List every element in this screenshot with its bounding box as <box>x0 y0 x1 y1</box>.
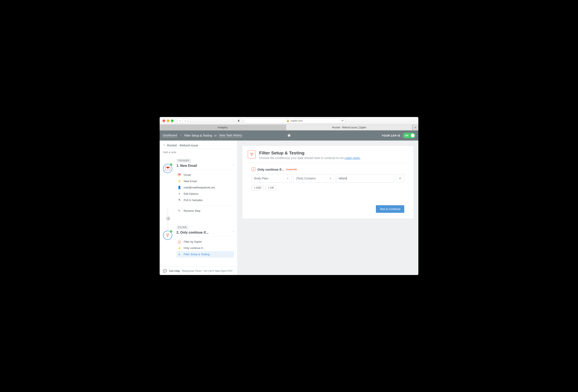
person-icon: 👤 <box>177 186 181 189</box>
funnel-icon <box>248 150 256 158</box>
filter-icon: ▾ <box>177 240 181 243</box>
list-icon: ≡ <box>177 253 181 256</box>
bolt-icon: ⚡ <box>177 246 181 250</box>
minimize-window-button[interactable] <box>167 119 169 122</box>
step1-app[interactable]: Gmail <box>177 172 234 178</box>
check-icon: ✓ <box>169 230 173 233</box>
filter-card: Filter Setup & Testing Choose the condit… <box>242 146 414 219</box>
step1-options[interactable]: ≡Edit Options <box>177 191 234 197</box>
step1-event[interactable]: ⚡New Email <box>177 178 234 184</box>
zap-status-label: YOUR ZAP IS <box>382 134 400 137</box>
maximize-window-button[interactable] <box>171 119 174 122</box>
tab-strip: Analytics Rocket - Refund issue | Zapier… <box>160 124 418 130</box>
filter-section-title: Only continue if... <box>257 168 284 171</box>
chat-icon: 💬 <box>163 269 167 273</box>
help-footer: 💬 Get Help Response Time: ~2h | M-F 9am-… <box>160 267 237 275</box>
gmail-icon <box>177 173 181 176</box>
condition-row: Body Plain ▾ (Text) Contains ▾ ✕ <box>251 174 404 183</box>
new-tab-button[interactable]: + <box>412 124 418 130</box>
card-title: Filter Setup & Testing <box>259 150 361 156</box>
step1-header[interactable]: 1. New Email ˄ <box>177 163 234 170</box>
browser-window: ‹ › ◐ 🔒 zapier.com ⟳ Analytics Rocket - … <box>160 117 418 275</box>
list-icon: ≡ <box>177 192 181 195</box>
or-button[interactable]: + OR <box>266 185 276 191</box>
address-bar[interactable]: 🔒 zapier.com ⟳ <box>244 118 345 123</box>
chevron-down-icon: ▾ <box>327 177 334 180</box>
chevron-right-icon: → <box>179 134 182 137</box>
step2-title: 2. Only continue if... <box>177 231 208 235</box>
funnel-icon <box>166 234 170 237</box>
step-trigger: ✓ TRIGGER 1. New Email ˄ Gmail ⚡New Emai… <box>163 158 234 214</box>
zapier-logo-icon: ✱ <box>287 133 291 138</box>
zap-on-toggle[interactable]: ON <box>403 133 415 138</box>
url-host: zapier.com <box>290 119 303 122</box>
learn-more-link[interactable]: Learn more. <box>344 156 360 160</box>
step2-filterby[interactable]: ▾Filter by Zapier <box>177 238 234 245</box>
remove-condition-button[interactable]: ✕ <box>396 174 404 183</box>
step-connector: + <box>163 214 234 223</box>
get-help-link[interactable]: Get Help <box>169 269 180 273</box>
view-task-history-link[interactable]: View Task History <box>219 134 242 137</box>
main-content: Filter Setup & Testing Choose the condit… <box>238 141 418 275</box>
breadcrumb: Dashboard → Filter Setup & Testing or Vi… <box>163 134 242 137</box>
step1-rename[interactable]: ✎Rename Step <box>177 208 234 214</box>
add-note-link[interactable]: Add a note <box>163 149 234 155</box>
field-dropdown[interactable]: Body Plain ▾ <box>251 174 291 183</box>
breadcrumb-or: or <box>214 134 217 137</box>
filter-tag: FILTER <box>177 225 188 229</box>
reader-button[interactable]: ◐ <box>236 118 242 123</box>
bolt-icon: ⚡ <box>177 179 181 183</box>
step2-header[interactable]: 2. Only continue if... ˄ <box>177 229 234 236</box>
lock-icon: 🔒 <box>287 119 289 122</box>
trigger-tag: TRIGGER <box>177 158 191 163</box>
dashboard-link[interactable]: Dashboard <box>163 134 177 137</box>
and-button[interactable]: + AND <box>251 185 264 191</box>
flask-icon: ⚗ <box>177 198 181 202</box>
app-header: Dashboard → Filter Setup & Testing or Vi… <box>160 130 418 141</box>
back-button[interactable]: ‹ <box>178 118 183 123</box>
close-window-button[interactable] <box>163 119 165 122</box>
nav-arrows: ‹ › <box>177 118 188 123</box>
required-label: (required) <box>286 168 297 171</box>
toggle-knob <box>411 134 415 137</box>
forward-button[interactable]: › <box>183 118 188 123</box>
pencil-icon: ✎ <box>177 209 181 212</box>
step1-samples[interactable]: ⚗Pull In Samples <box>177 197 234 203</box>
chevron-down-icon: ▾ <box>284 177 291 180</box>
value-input[interactable] <box>336 174 394 183</box>
check-icon: ✓ <box>169 163 173 166</box>
step1-title: 1. New Email <box>177 164 197 168</box>
titlebar: ‹ › ◐ 🔒 zapier.com ⟳ <box>160 117 418 124</box>
breadcrumb-current: Filter Setup & Testing <box>184 134 212 137</box>
step1-account[interactable]: 👤matt@matthewpalmer.net <box>177 184 234 191</box>
reload-icon[interactable]: ⟳ <box>341 119 344 122</box>
app-body: ✎ Rocket - Refund issue Add a note ✓ TRI… <box>160 141 418 275</box>
zap-title: Rocket - Refund issue <box>167 144 198 147</box>
tab-analytics[interactable]: Analytics <box>160 124 286 130</box>
chevron-up-icon: ˄ <box>233 164 234 167</box>
step-filter: ✓ FILTER 2. Only continue if... ˄ ▾Filte… <box>163 225 234 258</box>
zap-title-row[interactable]: ✎ Rocket - Refund issue <box>163 144 234 149</box>
tab-zapier[interactable]: Rocket - Refund issue | Zapier <box>286 124 412 130</box>
card-subtitle: Choose the condition(s) your data should… <box>259 156 361 160</box>
add-step-button[interactable]: + <box>166 216 171 221</box>
step2-setup[interactable]: ≡Filter Setup & Testing <box>177 251 234 258</box>
condition-dropdown[interactable]: (Text) Contains ▾ <box>293 174 334 183</box>
test-continue-button[interactable]: Test & Continue <box>376 205 404 213</box>
funnel-small-icon: ▾ <box>251 167 255 171</box>
response-time-text: Response Time: ~2h | M-F 9am-5pm PST <box>182 269 233 273</box>
chevron-up-icon: ˄ <box>233 231 234 234</box>
pencil-icon: ✎ <box>163 144 165 147</box>
sidebar: ✎ Rocket - Refund issue Add a note ✓ TRI… <box>160 141 238 275</box>
step2-only[interactable]: ⚡Only continue if... <box>177 245 234 251</box>
